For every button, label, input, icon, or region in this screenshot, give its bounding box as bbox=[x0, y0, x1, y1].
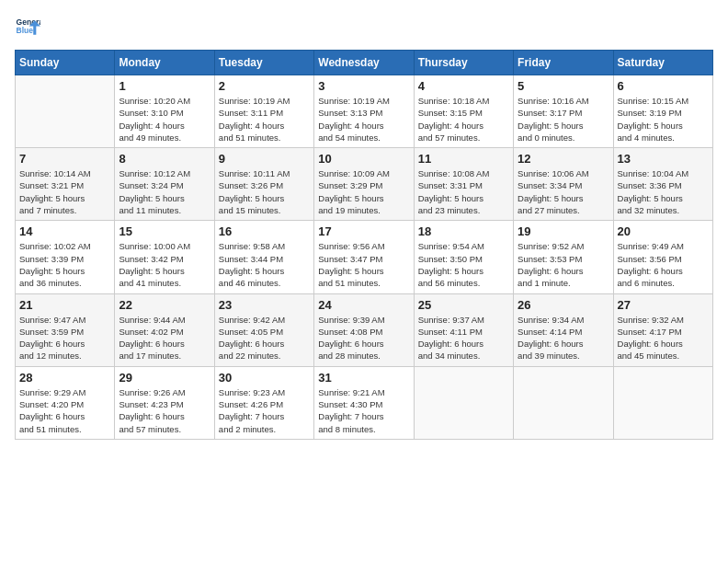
day-info: Sunrise: 10:19 AM Sunset: 3:13 PM Daylig… bbox=[318, 95, 409, 144]
day-number: 29 bbox=[119, 371, 210, 385]
weekday-header-friday: Friday bbox=[514, 51, 613, 75]
day-number: 16 bbox=[219, 224, 310, 238]
week-row-1: 1Sunrise: 10:20 AM Sunset: 3:10 PM Dayli… bbox=[16, 75, 713, 148]
day-cell: 5Sunrise: 10:16 AM Sunset: 3:17 PM Dayli… bbox=[514, 75, 613, 148]
day-number: 15 bbox=[119, 224, 210, 238]
day-cell: 22Sunrise: 9:44 AM Sunset: 4:02 PM Dayli… bbox=[115, 293, 214, 366]
day-cell: 9Sunrise: 10:11 AM Sunset: 3:26 PM Dayli… bbox=[214, 148, 313, 221]
day-number: 7 bbox=[19, 152, 110, 166]
day-info: Sunrise: 9:42 AM Sunset: 4:05 PM Dayligh… bbox=[219, 314, 310, 362]
page-header: General Blue bbox=[15, 15, 713, 40]
weekday-header-wednesday: Wednesday bbox=[314, 51, 414, 75]
day-info: Sunrise: 10:11 AM Sunset: 3:26 PM Daylig… bbox=[219, 167, 310, 216]
day-number: 14 bbox=[19, 224, 110, 238]
day-cell: 8Sunrise: 10:12 AM Sunset: 3:24 PM Dayli… bbox=[115, 148, 214, 221]
day-info: Sunrise: 10:09 AM Sunset: 3:29 PM Daylig… bbox=[318, 167, 409, 216]
day-info: Sunrise: 9:39 AM Sunset: 4:08 PM Dayligh… bbox=[318, 314, 409, 362]
day-cell: 27Sunrise: 9:32 AM Sunset: 4:17 PM Dayli… bbox=[613, 293, 712, 366]
day-cell: 4Sunrise: 10:18 AM Sunset: 3:15 PM Dayli… bbox=[414, 75, 513, 148]
day-cell: 6Sunrise: 10:15 AM Sunset: 3:19 PM Dayli… bbox=[613, 75, 712, 148]
day-number: 22 bbox=[119, 298, 210, 312]
day-cell bbox=[514, 366, 613, 439]
day-info: Sunrise: 10:20 AM Sunset: 3:10 PM Daylig… bbox=[119, 95, 210, 144]
weekday-header-tuesday: Tuesday bbox=[214, 51, 313, 75]
day-number: 20 bbox=[618, 224, 709, 238]
day-cell: 20Sunrise: 9:49 AM Sunset: 3:56 PM Dayli… bbox=[613, 221, 712, 293]
day-cell: 24Sunrise: 9:39 AM Sunset: 4:08 PM Dayli… bbox=[314, 293, 414, 366]
day-number: 26 bbox=[518, 298, 609, 312]
day-info: Sunrise: 10:19 AM Sunset: 3:11 PM Daylig… bbox=[219, 95, 310, 144]
day-info: Sunrise: 9:32 AM Sunset: 4:17 PM Dayligh… bbox=[618, 314, 709, 362]
week-row-3: 14Sunrise: 10:02 AM Sunset: 3:39 PM Dayl… bbox=[16, 221, 713, 293]
day-info: Sunrise: 9:47 AM Sunset: 3:59 PM Dayligh… bbox=[19, 314, 110, 362]
calendar-table: SundayMondayTuesdayWednesdayThursdayFrid… bbox=[15, 50, 713, 440]
day-info: Sunrise: 9:34 AM Sunset: 4:14 PM Dayligh… bbox=[518, 314, 609, 362]
day-cell: 18Sunrise: 9:54 AM Sunset: 3:50 PM Dayli… bbox=[414, 221, 513, 293]
day-cell bbox=[16, 75, 115, 148]
day-cell: 28Sunrise: 9:29 AM Sunset: 4:20 PM Dayli… bbox=[16, 366, 115, 439]
day-info: Sunrise: 9:52 AM Sunset: 3:53 PM Dayligh… bbox=[518, 240, 609, 289]
day-info: Sunrise: 9:44 AM Sunset: 4:02 PM Dayligh… bbox=[119, 314, 210, 362]
day-number: 28 bbox=[19, 371, 110, 385]
weekday-header-row: SundayMondayTuesdayWednesdayThursdayFrid… bbox=[16, 51, 713, 75]
day-number: 21 bbox=[19, 298, 110, 312]
day-info: Sunrise: 9:29 AM Sunset: 4:20 PM Dayligh… bbox=[19, 386, 110, 435]
day-number: 9 bbox=[219, 152, 310, 166]
day-number: 24 bbox=[318, 298, 409, 312]
day-info: Sunrise: 9:58 AM Sunset: 3:44 PM Dayligh… bbox=[219, 240, 310, 289]
day-number: 8 bbox=[119, 152, 210, 166]
day-number: 19 bbox=[518, 224, 609, 238]
day-info: Sunrise: 9:54 AM Sunset: 3:50 PM Dayligh… bbox=[418, 240, 509, 289]
day-number: 13 bbox=[618, 152, 709, 166]
day-cell: 19Sunrise: 9:52 AM Sunset: 3:53 PM Dayli… bbox=[514, 221, 613, 293]
svg-text:Blue: Blue bbox=[17, 26, 34, 35]
week-row-2: 7Sunrise: 10:14 AM Sunset: 3:21 PM Dayli… bbox=[16, 148, 713, 221]
day-cell bbox=[613, 366, 712, 439]
day-info: Sunrise: 10:15 AM Sunset: 3:19 PM Daylig… bbox=[618, 95, 709, 144]
day-cell: 30Sunrise: 9:23 AM Sunset: 4:26 PM Dayli… bbox=[214, 366, 313, 439]
day-cell: 7Sunrise: 10:14 AM Sunset: 3:21 PM Dayli… bbox=[16, 148, 115, 221]
day-cell: 13Sunrise: 10:04 AM Sunset: 3:36 PM Dayl… bbox=[613, 148, 712, 221]
weekday-header-thursday: Thursday bbox=[414, 51, 513, 75]
day-info: Sunrise: 9:49 AM Sunset: 3:56 PM Dayligh… bbox=[618, 240, 709, 289]
day-number: 4 bbox=[418, 79, 509, 93]
day-number: 5 bbox=[518, 79, 609, 93]
day-cell: 23Sunrise: 9:42 AM Sunset: 4:05 PM Dayli… bbox=[214, 293, 313, 366]
day-number: 23 bbox=[219, 298, 310, 312]
day-info: Sunrise: 9:21 AM Sunset: 4:30 PM Dayligh… bbox=[318, 386, 409, 435]
day-number: 31 bbox=[318, 371, 409, 385]
day-info: Sunrise: 10:00 AM Sunset: 3:42 PM Daylig… bbox=[119, 240, 210, 289]
day-info: Sunrise: 10:02 AM Sunset: 3:39 PM Daylig… bbox=[19, 240, 110, 289]
week-row-5: 28Sunrise: 9:29 AM Sunset: 4:20 PM Dayli… bbox=[16, 366, 713, 439]
day-cell: 11Sunrise: 10:08 AM Sunset: 3:31 PM Dayl… bbox=[414, 148, 513, 221]
day-number: 30 bbox=[219, 371, 310, 385]
day-number: 18 bbox=[418, 224, 509, 238]
day-number: 10 bbox=[318, 152, 409, 166]
day-cell: 1Sunrise: 10:20 AM Sunset: 3:10 PM Dayli… bbox=[115, 75, 214, 148]
day-number: 25 bbox=[418, 298, 509, 312]
day-number: 1 bbox=[119, 79, 210, 93]
day-info: Sunrise: 9:56 AM Sunset: 3:47 PM Dayligh… bbox=[318, 240, 409, 289]
logo-icon: General Blue bbox=[15, 15, 40, 40]
day-cell: 25Sunrise: 9:37 AM Sunset: 4:11 PM Dayli… bbox=[414, 293, 513, 366]
day-cell: 16Sunrise: 9:58 AM Sunset: 3:44 PM Dayli… bbox=[214, 221, 313, 293]
day-info: Sunrise: 10:14 AM Sunset: 3:21 PM Daylig… bbox=[19, 167, 110, 216]
day-info: Sunrise: 9:23 AM Sunset: 4:26 PM Dayligh… bbox=[219, 386, 310, 435]
day-cell: 14Sunrise: 10:02 AM Sunset: 3:39 PM Dayl… bbox=[16, 221, 115, 293]
day-number: 11 bbox=[418, 152, 509, 166]
weekday-header-sunday: Sunday bbox=[16, 51, 115, 75]
day-cell: 31Sunrise: 9:21 AM Sunset: 4:30 PM Dayli… bbox=[314, 366, 414, 439]
day-info: Sunrise: 10:12 AM Sunset: 3:24 PM Daylig… bbox=[119, 167, 210, 216]
day-info: Sunrise: 10:06 AM Sunset: 3:34 PM Daylig… bbox=[518, 167, 609, 216]
weekday-header-saturday: Saturday bbox=[613, 51, 712, 75]
day-cell: 3Sunrise: 10:19 AM Sunset: 3:13 PM Dayli… bbox=[314, 75, 414, 148]
day-cell bbox=[414, 366, 513, 439]
day-info: Sunrise: 10:08 AM Sunset: 3:31 PM Daylig… bbox=[418, 167, 509, 216]
day-number: 17 bbox=[318, 224, 409, 238]
day-number: 12 bbox=[518, 152, 609, 166]
day-cell: 10Sunrise: 10:09 AM Sunset: 3:29 PM Dayl… bbox=[314, 148, 414, 221]
day-cell: 12Sunrise: 10:06 AM Sunset: 3:34 PM Dayl… bbox=[514, 148, 613, 221]
week-row-4: 21Sunrise: 9:47 AM Sunset: 3:59 PM Dayli… bbox=[16, 293, 713, 366]
day-cell: 2Sunrise: 10:19 AM Sunset: 3:11 PM Dayli… bbox=[214, 75, 313, 148]
day-info: Sunrise: 9:26 AM Sunset: 4:23 PM Dayligh… bbox=[119, 386, 210, 435]
